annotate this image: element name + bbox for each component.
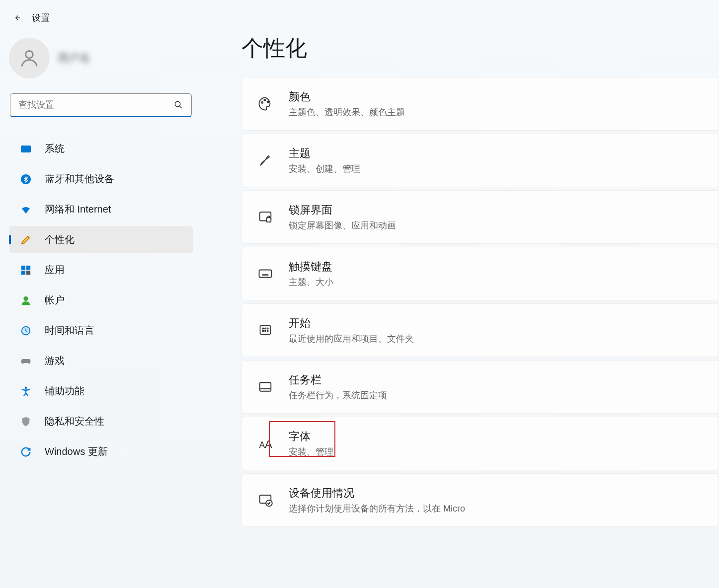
card-text: 开始 最近使用的应用和项目、文件夹 (289, 316, 414, 345)
keyboard-icon (258, 266, 273, 281)
taskbar-icon (258, 379, 273, 394)
card-title: 字体 (289, 429, 333, 444)
page-title: 个性化 (241, 34, 719, 63)
main-container: 用户名 系统 蓝牙和其他设备 (0, 28, 719, 527)
settings-card-start[interactable]: 开始 最近使用的应用和项目、文件夹 (241, 303, 719, 357)
card-subtitle: 主题色、透明效果、颜色主题 (289, 106, 405, 118)
font-icon: AA (258, 436, 273, 451)
card-title: 任务栏 (289, 372, 387, 387)
search-icon (174, 100, 183, 111)
sidebar-item-personalization[interactable]: 个性化 (9, 226, 193, 253)
sidebar: 用户名 系统 蓝牙和其他设备 (9, 38, 203, 527)
settings-card-fonts[interactable]: AA 字体 安装、管理 (241, 417, 719, 470)
accessibility-icon (20, 385, 32, 397)
sidebar-item-bluetooth[interactable]: 蓝牙和其他设备 (9, 165, 193, 193)
svg-point-2 (175, 101, 180, 107)
back-button[interactable] (12, 13, 22, 23)
settings-card-taskbar[interactable]: 任务栏 任务栏行为，系统固定项 (241, 360, 719, 414)
svg-point-12 (25, 386, 27, 389)
card-subtitle: 锁定屏幕图像、应用和动画 (289, 220, 396, 231)
card-text: 主题 安装、创建、管理 (289, 146, 360, 175)
sidebar-item-accessibility[interactable]: 辅助功能 (9, 377, 193, 405)
sidebar-item-label: 隐私和安全性 (45, 415, 104, 428)
sidebar-item-windows-update[interactable]: Windows 更新 (9, 438, 193, 465)
card-title: 开始 (289, 316, 414, 331)
sidebar-item-label: 辅助功能 (45, 384, 84, 398)
card-subtitle: 选择你计划使用设备的所有方法，以在 Micro (289, 503, 465, 514)
sidebar-item-label: 帐户 (45, 294, 65, 307)
sidebar-item-privacy[interactable]: 隐私和安全性 (9, 408, 193, 435)
sidebar-item-network[interactable]: 网络和 Internet (9, 196, 193, 223)
sidebar-item-label: 应用 (45, 263, 65, 277)
profile-section[interactable]: 用户名 (9, 38, 193, 93)
content: 个性化 颜色 主题色、透明效果、颜色主题 主题 安装、创建、管理 (203, 38, 719, 527)
svg-rect-8 (21, 270, 25, 274)
card-subtitle: 主题、大小 (289, 276, 333, 288)
card-subtitle: 任务栏行为，系统固定项 (289, 389, 387, 401)
settings-card-colors[interactable]: 颜色 主题色、透明效果、颜色主题 (241, 77, 719, 131)
privacy-icon (20, 416, 32, 428)
personalize-icon (20, 234, 32, 246)
card-text: 字体 安装、管理 (289, 429, 333, 458)
svg-point-10 (23, 296, 28, 300)
card-subtitle: 安装、创建、管理 (289, 163, 360, 175)
svg-point-25 (262, 328, 263, 329)
card-title: 设备使用情况 (289, 486, 465, 501)
sidebar-item-accounts[interactable]: 帐户 (9, 287, 193, 314)
svg-text:A: A (265, 438, 272, 450)
svg-text:A: A (259, 440, 265, 450)
palette-icon (258, 96, 273, 111)
card-text: 设备使用情况 选择你计划使用设备的所有方法，以在 Micro (289, 486, 465, 514)
card-title: 主题 (289, 146, 360, 161)
time-icon (20, 325, 32, 337)
apps-icon (20, 264, 32, 276)
device-icon (258, 493, 273, 508)
card-title: 触摸键盘 (289, 259, 333, 274)
app-title: 设置 (32, 12, 50, 24)
account-icon (20, 294, 32, 306)
sidebar-item-apps[interactable]: 应用 (9, 256, 193, 284)
svg-rect-18 (259, 270, 272, 278)
svg-rect-4 (21, 146, 31, 152)
svg-rect-31 (260, 382, 271, 391)
sidebar-item-system[interactable]: 系统 (9, 135, 193, 162)
sidebar-item-label: Windows 更新 (45, 445, 108, 458)
update-icon (20, 446, 32, 458)
svg-rect-6 (21, 265, 25, 269)
avatar (9, 38, 50, 78)
nav-list: 系统 蓝牙和其他设备 网络和 Internet 个性化 (9, 132, 193, 465)
svg-point-1 (26, 51, 33, 58)
sidebar-item-gaming[interactable]: 游戏 (9, 347, 193, 374)
sidebar-item-time-language[interactable]: 时间和语言 (9, 317, 193, 344)
svg-rect-9 (26, 270, 30, 274)
sidebar-item-label: 个性化 (45, 233, 75, 246)
svg-point-29 (265, 330, 266, 331)
person-icon (18, 47, 40, 69)
brush-icon (258, 153, 273, 168)
svg-rect-7 (26, 265, 30, 269)
search-input[interactable] (10, 93, 192, 117)
sidebar-item-label: 时间和语言 (45, 324, 94, 337)
back-arrow-icon (12, 13, 21, 22)
svg-rect-17 (267, 218, 271, 222)
card-title: 颜色 (289, 89, 405, 104)
settings-card-lockscreen[interactable]: 锁屏界面 锁定屏幕图像、应用和动画 (241, 190, 719, 244)
system-icon (20, 143, 32, 155)
sidebar-item-label: 蓝牙和其他设备 (45, 172, 114, 186)
bluetooth-icon (20, 173, 32, 185)
sidebar-item-label: 网络和 Internet (45, 203, 111, 216)
settings-list: 颜色 主题色、透明效果、颜色主题 主题 安装、创建、管理 锁屏界面 (241, 77, 719, 527)
search-box (10, 93, 192, 117)
settings-card-touch-keyboard[interactable]: 触摸键盘 主题、大小 (241, 247, 719, 300)
svg-point-15 (267, 101, 269, 103)
card-text: 任务栏 任务栏行为，系统固定项 (289, 372, 387, 401)
settings-card-themes[interactable]: 主题 安装、创建、管理 (241, 134, 719, 187)
svg-line-3 (179, 106, 182, 108)
sidebar-item-label: 系统 (45, 142, 65, 155)
card-title: 锁屏界面 (289, 203, 396, 218)
sidebar-item-label: 游戏 (45, 354, 65, 368)
svg-point-13 (261, 102, 263, 103)
game-icon (20, 355, 32, 367)
header: 设置 (0, 0, 719, 28)
settings-card-device-usage[interactable]: 设备使用情况 选择你计划使用设备的所有方法，以在 Micro (241, 473, 719, 527)
